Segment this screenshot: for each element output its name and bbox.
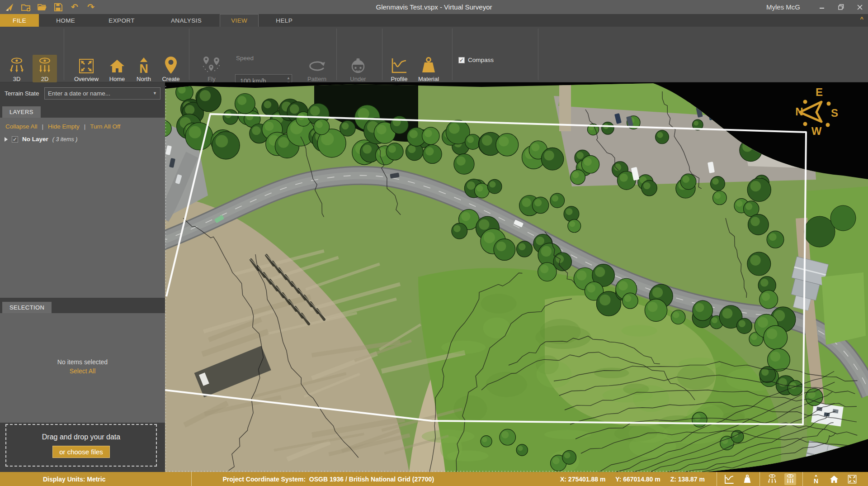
turn-all-off-link[interactable]: Turn All Off bbox=[90, 123, 120, 130]
title-bar: ↶ ↷ Glenmavis Test.vspx - Virtual Survey… bbox=[0, 0, 868, 14]
save-icon[interactable] bbox=[53, 2, 63, 12]
cursor-x: X: 275401.88 m bbox=[560, 476, 605, 483]
statusbar-home-icon[interactable] bbox=[828, 473, 840, 485]
terrain-state-placeholder: Enter a date or name... bbox=[48, 90, 110, 97]
layers-panel: Collapse All | Hide Empty | Turn All Off… bbox=[0, 118, 165, 298]
view-3d-button[interactable]: 3D bbox=[5, 55, 29, 82]
app-logo-icon bbox=[5, 2, 14, 12]
material-editor-icon bbox=[420, 55, 437, 75]
select-all-link[interactable]: Select All bbox=[0, 367, 165, 375]
cursor-y: Y: 667014.80 m bbox=[615, 476, 660, 483]
tab-file[interactable]: FILE bbox=[0, 14, 39, 27]
compass-checkbox-row[interactable]: ✓ Compass bbox=[458, 57, 494, 63]
ribbon: 3D 2D View Mode Overview Home ▾ N bbox=[0, 27, 868, 82]
statusbar-north-icon[interactable]: N bbox=[810, 473, 822, 485]
minimize-button[interactable] bbox=[817, 3, 826, 12]
view-2d-icon bbox=[36, 55, 54, 75]
view-2d-button[interactable]: 2D bbox=[33, 55, 57, 82]
statusbar-profile-view-icon[interactable] bbox=[723, 473, 735, 485]
svg-text:N: N bbox=[814, 477, 818, 484]
collapse-all-link[interactable]: Collapse All bbox=[5, 123, 38, 130]
user-name[interactable]: Myles McG bbox=[766, 3, 800, 11]
sidebar: Terrain State Enter a date or name... ▼ … bbox=[0, 82, 165, 472]
layer-tree-row[interactable]: ✓ No Layer ( 3 items ) bbox=[5, 136, 77, 143]
open-project-icon[interactable] bbox=[37, 2, 47, 12]
tab-home[interactable]: HOME bbox=[45, 14, 86, 27]
new-project-icon[interactable] bbox=[21, 2, 31, 12]
fly-through-icon bbox=[202, 55, 222, 75]
tab-analysis[interactable]: ANALYSIS bbox=[160, 14, 212, 27]
compass-e-label: E bbox=[816, 86, 823, 98]
speed-label: Speed bbox=[236, 55, 254, 62]
pattern-icon bbox=[307, 55, 327, 75]
virtual-surveyor-window: ↶ ↷ Glenmavis Test.vspx - Virtual Survey… bbox=[0, 0, 868, 486]
display-units[interactable]: Display Units: Metric bbox=[43, 476, 105, 483]
terrain-state-combobox[interactable]: Enter a date or name... ▼ bbox=[44, 87, 160, 100]
svg-text:N: N bbox=[139, 62, 148, 75]
statusbar-material-editor-icon[interactable] bbox=[741, 473, 753, 485]
statusbar-2d-icon[interactable] bbox=[784, 473, 796, 485]
under-terrain-icon bbox=[349, 55, 367, 75]
tab-export[interactable]: EXPORT bbox=[98, 14, 146, 27]
terrain-state-row: Terrain State Enter a date or name... ▼ bbox=[0, 86, 165, 100]
choose-files-button[interactable]: or choose files bbox=[52, 446, 110, 458]
create-button[interactable]: Create bbox=[157, 55, 184, 82]
statusbar-3d-icon[interactable] bbox=[766, 473, 778, 485]
layer-item-count: ( 3 items ) bbox=[52, 136, 78, 143]
selection-panel: No items selected Select All bbox=[0, 313, 165, 423]
map-viewport[interactable]: N E S W bbox=[165, 82, 868, 472]
north-button[interactable]: N North bbox=[132, 55, 156, 82]
view-3d-icon bbox=[8, 55, 26, 75]
tab-selection[interactable]: SELECTION bbox=[2, 302, 52, 313]
tab-view[interactable]: VIEW bbox=[220, 14, 259, 27]
overview-button[interactable]: Overview bbox=[69, 55, 104, 82]
tab-help[interactable]: HELP bbox=[265, 14, 303, 27]
layer-checkbox[interactable]: ✓ bbox=[12, 136, 18, 143]
redo-icon[interactable]: ↷ bbox=[86, 2, 96, 12]
status-bar: Display Units: Metric Project Coordinate… bbox=[0, 472, 868, 486]
cursor-z: Z: 138.87 m bbox=[670, 476, 705, 483]
restore-button[interactable] bbox=[836, 3, 845, 12]
close-button[interactable] bbox=[855, 3, 864, 12]
compass-w-label: W bbox=[811, 125, 822, 137]
project-crs[interactable]: Project Coordinate System: OSGB 1936 / B… bbox=[222, 476, 434, 483]
tab-layers[interactable]: LAYERS bbox=[2, 106, 41, 118]
compass-n-label: N bbox=[795, 105, 803, 118]
home-icon bbox=[108, 55, 126, 75]
chevron-down-icon[interactable]: ▼ bbox=[153, 91, 157, 95]
no-items-selected-text: No items selected bbox=[0, 358, 165, 366]
expand-arrow-icon[interactable] bbox=[5, 137, 8, 142]
drag-drop-text: Drag and drop your data bbox=[42, 433, 120, 441]
overview-icon bbox=[78, 55, 95, 75]
layer-name[interactable]: No Layer bbox=[22, 136, 48, 143]
north-icon: N bbox=[136, 55, 152, 75]
ribbon-tab-bar: FILE HOME EXPORT ANALYSIS VIEW HELP bbox=[0, 14, 868, 27]
collapse-ribbon-button[interactable]: ^ bbox=[860, 15, 863, 22]
terrain-state-label: Terrain State bbox=[5, 90, 44, 97]
statusbar-overview-icon[interactable] bbox=[846, 473, 858, 485]
undo-icon[interactable]: ↶ bbox=[70, 2, 80, 12]
drag-drop-zone[interactable]: Drag and drop your data or choose files bbox=[5, 424, 157, 467]
hide-empty-link[interactable]: Hide Empty bbox=[48, 123, 80, 130]
compass-checkbox[interactable]: ✓ bbox=[458, 57, 465, 63]
create-pin-icon bbox=[163, 55, 179, 75]
compass-s-label: S bbox=[831, 107, 838, 119]
profile-view-icon bbox=[390, 55, 408, 75]
quick-access-toolbar: ↶ ↷ bbox=[0, 2, 149, 12]
